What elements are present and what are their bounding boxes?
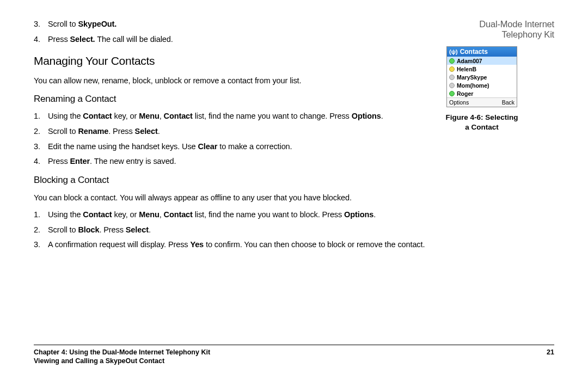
text: Press <box>48 35 70 44</box>
subsection-blocking: Blocking a Contact <box>34 175 434 186</box>
contact-name: HelenB <box>457 66 476 72</box>
contact-row: HelenB <box>447 65 517 73</box>
status-away-icon <box>449 66 455 72</box>
t: list, find the name you want to change. … <box>193 112 352 120</box>
t: , <box>160 210 164 219</box>
b: Rename <box>78 127 108 136</box>
bold: Select. <box>70 35 95 44</box>
step-4: Press Select. The call will be dialed. <box>34 34 434 45</box>
b: Enter <box>70 157 90 166</box>
chapter-label: Chapter 4: Using the Dual-Mode Internet … <box>34 348 210 356</box>
contact-row: Mom(home) <box>447 81 517 89</box>
b: Contact <box>83 210 112 219</box>
b: Menu <box>139 210 159 219</box>
step-3: Scroll to SkypeOut. <box>34 19 434 30</box>
b: Contact <box>83 112 112 120</box>
contact-name: Roger <box>457 90 473 97</box>
b: Clear <box>198 142 218 151</box>
t: Using the <box>48 210 83 219</box>
rename-steps: Using the Contact key, or Menu, Contact … <box>34 111 434 167</box>
signal-icon: (ψ) <box>449 48 458 55</box>
t: list, find the name you want to block. P… <box>193 210 344 219</box>
t: . <box>158 127 160 136</box>
status-online-icon <box>449 58 455 64</box>
rename-step-1: Using the Contact key, or Menu, Contact … <box>34 111 434 122</box>
status-online-icon <box>449 91 455 96</box>
t: A confirmation request will display. Pre… <box>48 240 190 249</box>
softkey-left: Options <box>449 99 469 106</box>
figure-caption: Figure 4-6: Selecting a Contact <box>445 113 518 132</box>
rename-step-3: Edit the name using the handset keys. Us… <box>34 142 434 152</box>
caption-line: a Contact <box>465 123 499 131</box>
contact-name: Mom(home) <box>457 82 489 89</box>
rename-step-4: Press Enter. The new entry is saved. <box>34 156 434 167</box>
block-step-3: A confirmation request will display. Pre… <box>34 240 434 250</box>
block-step-1: Using the Contact key, or Menu, Contact … <box>34 210 434 220</box>
t: . Press <box>108 127 134 136</box>
b: Select <box>126 225 149 234</box>
t: Edit the name using the handset keys. Us… <box>48 142 198 151</box>
t: key, or <box>112 210 139 219</box>
b: Menu <box>139 112 159 120</box>
text: Scroll to <box>48 20 78 28</box>
t: . <box>149 225 151 234</box>
b: Options <box>344 210 373 219</box>
b: Contact <box>164 112 193 120</box>
t: , <box>160 112 164 120</box>
block-steps: Using the Contact key, or Menu, Contact … <box>34 210 434 250</box>
footer-subtitle: Viewing and Calling a SkypeOut Contact <box>34 357 554 365</box>
phone-titlebar: (ψ) Contacts <box>447 47 517 57</box>
contact-name: MarySkype <box>457 74 487 81</box>
bold: SkypeOut. <box>78 20 117 28</box>
section-intro: You can allow new, rename, block, unbloc… <box>34 75 434 86</box>
b: Contact <box>164 210 193 219</box>
t: . <box>373 210 376 219</box>
t: Scroll to <box>48 127 78 136</box>
b: Block <box>78 225 99 234</box>
status-offline-icon <box>449 83 455 88</box>
t: Scroll to <box>48 225 78 234</box>
phone-softkeys: Options Back <box>447 97 517 107</box>
b: Yes <box>190 240 204 249</box>
contact-row: Roger <box>447 89 517 97</box>
contact-row-selected: Adam007 <box>447 57 517 65</box>
subsection-renaming: Renaming a Contact <box>34 94 434 105</box>
footer-rule <box>34 345 554 345</box>
document-title: Dual-Mode Internet Telephony Kit <box>445 19 554 40</box>
caption-line: Figure 4-6: Selecting <box>446 113 518 121</box>
text: The call will be dialed. <box>95 35 173 44</box>
titlebar-text: Contacts <box>460 48 488 56</box>
b: Options <box>352 112 381 120</box>
section-managing-contacts: Managing Your Contacts <box>34 54 434 68</box>
t: . The new entry is saved. <box>90 157 176 166</box>
t: Using the <box>48 112 83 120</box>
t: to make a correction. <box>217 142 292 151</box>
t: key, or <box>112 112 139 120</box>
t: to confirm. You can then choose to block… <box>204 240 425 249</box>
softkey-right: Back <box>502 99 514 106</box>
phone-screenshot: (ψ) Contacts Adam007 HelenB MarySkype Mo… <box>446 46 517 107</box>
contact-row: MarySkype <box>447 73 517 81</box>
status-offline-icon <box>449 75 455 80</box>
b: Select <box>135 127 158 136</box>
rename-step-2: Scroll to Rename. Press Select. <box>34 126 434 137</box>
contact-name: Adam007 <box>457 58 482 64</box>
continued-steps: Scroll to SkypeOut. Press Select. The ca… <box>34 19 434 45</box>
t: Press <box>48 157 70 166</box>
t: . Press <box>99 225 125 234</box>
page-number: 21 <box>547 348 554 356</box>
page-footer: Chapter 4: Using the Dual-Mode Internet … <box>34 345 554 365</box>
t: . <box>381 112 383 120</box>
block-intro: You can block a contact. You will always… <box>34 192 434 203</box>
block-step-2: Scroll to Block. Press Select. <box>34 225 434 236</box>
